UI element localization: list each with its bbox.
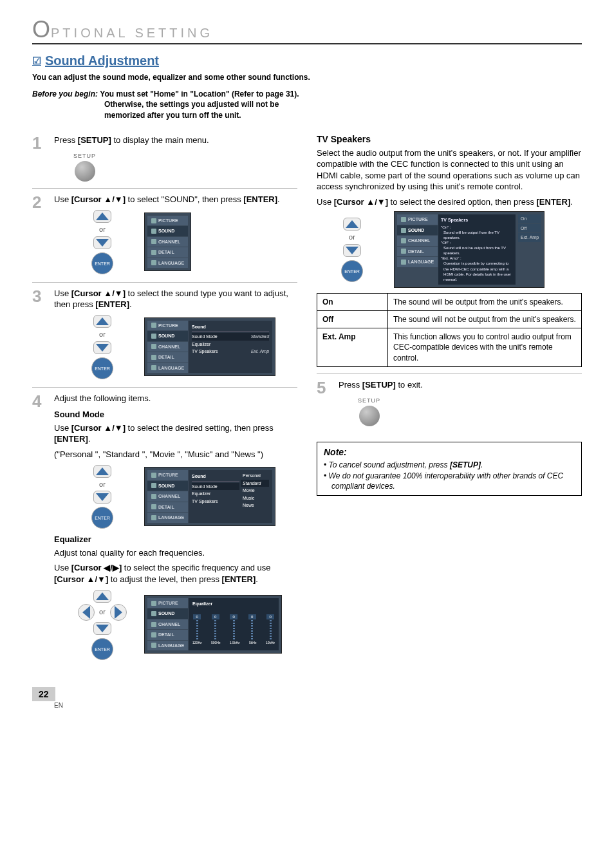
- menu-screenshot-sound: PICTURE SOUND CHANNEL DETAIL LANGUAGE: [144, 212, 191, 271]
- down-arrow-icon: [346, 247, 358, 254]
- enter-button-icon: ENTER: [91, 252, 113, 274]
- dpad-vertical-4: or ENTER: [323, 217, 381, 282]
- note-box: Note: To cancel sound adjustment, press …: [317, 442, 582, 495]
- up-arrow-icon: [96, 317, 109, 325]
- intro-text: You can adjust the sound mode, equalizer…: [32, 72, 582, 82]
- note-item-1: To cancel sound adjustment, press [SETUP…: [324, 460, 575, 470]
- step-3-number: 3: [32, 288, 45, 381]
- step-2-number: 2: [32, 194, 45, 275]
- menu-screenshot-sound-list: PICTURE SOUND CHANNEL DETAIL LANGUAGE So…: [144, 317, 275, 376]
- step-3: 3 Use [Cursor ▲/▼] to select the sound t…: [32, 283, 297, 388]
- table-row: OnThe sound will be output from the unit…: [317, 293, 582, 310]
- down-arrow-icon: [96, 493, 109, 501]
- note-title: Note:: [324, 446, 575, 458]
- step-5-number: 5: [317, 379, 330, 427]
- left-column: 1 Press [SETUP] to display the main menu…: [32, 129, 297, 668]
- step-3-text: Use [Cursor ▲/▼] to select the sound typ…: [54, 288, 297, 310]
- sound-mode-heading: Sound Mode: [54, 409, 297, 420]
- dpad-full: or ENTER: [73, 589, 131, 660]
- down-arrow-icon: [96, 344, 109, 352]
- page-lang: EN: [54, 701, 63, 710]
- page-number: 22: [32, 687, 55, 702]
- before-line3: memorized after you turn off the unit.: [32, 110, 582, 120]
- step-2: 2 Use [Cursor ▲/▼] to select "SOUND", th…: [32, 189, 297, 282]
- section-title: ☑ Sound Adjustment: [32, 52, 582, 70]
- table-row: Ext. AmpThis function allows you to cont…: [317, 328, 582, 367]
- table-row: OffThe sound will not be output from the…: [317, 311, 582, 328]
- down-arrow-icon: [96, 625, 109, 632]
- check-icon: ☑: [32, 54, 41, 68]
- left-arrow-icon: [82, 606, 90, 619]
- step-4-number: 4: [32, 393, 45, 661]
- step-5-text: Press [SETUP] to exit.: [339, 379, 582, 391]
- setup-button-graphic-2: SETUP: [358, 397, 380, 426]
- up-arrow-icon: [96, 467, 109, 475]
- equalizer-text1: Adjust tonal quality for each frequencie…: [54, 547, 297, 559]
- before-line1: You must set "Home" in "Location" (Refer…: [100, 90, 299, 99]
- step-1-text: Press [SETUP] to display the main menu.: [54, 135, 297, 146]
- header-initial-o: O: [32, 19, 50, 40]
- page-header: O PTIONAL SETTING: [32, 19, 582, 44]
- setup-label: SETUP: [73, 152, 96, 160]
- dpad-vertical-3: or ENTER: [73, 464, 131, 529]
- section-title-text: Sound Adjustment: [45, 52, 159, 70]
- step-4: 4 Adjust the following items. Sound Mode…: [32, 388, 297, 668]
- equalizer-text2: Use [Cursor ◀/▶] to select the specific …: [54, 562, 297, 585]
- setup-button-graphic: SETUP: [73, 152, 96, 182]
- step-1: 1 Press [SETUP] to display the main menu…: [32, 129, 297, 189]
- tv-speakers-instr: Use [Cursor ▲/▼] to select the desired o…: [317, 196, 582, 208]
- down-arrow-icon: [96, 239, 109, 247]
- sound-mode-text: Use [Cursor ▲/▼] to select the desired s…: [54, 422, 297, 445]
- up-arrow-icon: [346, 220, 358, 228]
- page-footer: 22 EN: [32, 687, 582, 710]
- step-2-text: Use [Cursor ▲/▼] to select "SOUND", then…: [54, 194, 297, 205]
- menu-screenshot-tv-speakers: PICTURE SOUND CHANNEL DETAIL LANGUAGE TV…: [394, 211, 544, 287]
- dpad-or: or: [73, 223, 131, 236]
- step-5: 5 Press [SETUP] to exit. SETUP: [317, 373, 582, 433]
- tv-speakers-desc: Select the audio output from the unit's …: [317, 147, 582, 193]
- right-arrow-icon: [115, 606, 122, 619]
- step-1-number: 1: [32, 135, 45, 182]
- tv-speakers-table: OnThe sound will be output from the unit…: [317, 293, 582, 367]
- before-line2: Otherwise, the settings you adjusted wil…: [32, 99, 582, 109]
- dpad-vertical: or ENTER: [73, 209, 131, 274]
- up-arrow-icon: [96, 592, 109, 600]
- note-item-2: We do not guarantee 100% interoperabilit…: [324, 471, 575, 491]
- up-arrow-icon: [96, 212, 109, 220]
- equalizer-heading: Equalizer: [54, 534, 297, 545]
- header-rest: PTIONAL SETTING: [51, 24, 213, 42]
- before-label: Before you begin:: [32, 90, 98, 99]
- menu-screenshot-equalizer: PICTURE SOUND CHANNEL DETAIL LANGUAGE Eq…: [144, 595, 282, 654]
- step-4-text: Adjust the following items.: [54, 393, 297, 404]
- menu-screenshot-sound-mode: PICTURE SOUND CHANNEL DETAIL LANGUAGE So…: [144, 467, 275, 525]
- setup-button-icon: [359, 406, 380, 426]
- tv-speakers-heading: TV Speakers: [317, 133, 582, 146]
- dpad-vertical-2: or ENTER: [73, 314, 131, 379]
- before-you-begin: Before you begin: You must set "Home" in…: [32, 89, 582, 120]
- setup-button-icon: [75, 161, 95, 182]
- sound-mode-options: ("Personal ", "Standard ", "Movie ", "Mu…: [54, 449, 297, 460]
- right-column: TV Speakers Select the audio output from…: [317, 129, 582, 668]
